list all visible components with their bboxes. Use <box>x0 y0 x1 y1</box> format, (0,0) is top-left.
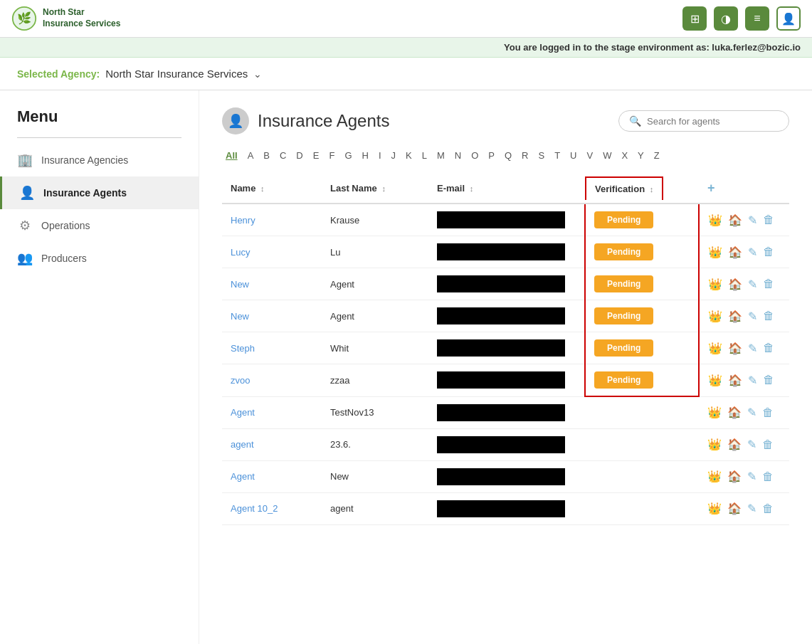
delete-icon[interactable]: 🗑 <box>763 278 774 290</box>
email-redacted <box>437 468 565 485</box>
edit-icon[interactable]: ✎ <box>747 470 756 483</box>
home-icon[interactable]: 🏠 <box>728 342 742 355</box>
home-icon[interactable]: 🏠 <box>728 278 742 291</box>
delete-icon[interactable]: 🗑 <box>763 374 774 386</box>
agent-name-link[interactable]: Steph <box>231 343 255 354</box>
agent-name-link[interactable]: Agent <box>231 407 255 418</box>
crown-icon[interactable]: 👑 <box>708 213 722 227</box>
sidebar-item-producers[interactable]: 👥 Producers <box>0 242 199 275</box>
agent-name-link[interactable]: Agent 10_2 <box>231 503 278 514</box>
alpha-all[interactable]: All <box>222 149 241 162</box>
home-icon[interactable]: 🏠 <box>727 438 742 451</box>
grid-icon-button[interactable]: ⊞ <box>682 6 707 31</box>
edit-icon[interactable]: ✎ <box>748 342 757 355</box>
alpha-o[interactable]: O <box>468 149 482 162</box>
edit-icon[interactable]: ✎ <box>748 278 757 291</box>
alpha-f[interactable]: F <box>325 149 338 162</box>
th-verification[interactable]: Verification ↕ <box>585 174 699 204</box>
alpha-b[interactable]: B <box>260 149 273 162</box>
alpha-e[interactable]: E <box>310 149 323 162</box>
home-icon[interactable]: 🏠 <box>727 502 742 515</box>
edit-icon[interactable]: ✎ <box>748 213 757 227</box>
cell-verification <box>585 396 699 428</box>
pending-badge: Pending <box>594 243 653 260</box>
alpha-i[interactable]: I <box>375 149 385 162</box>
alpha-m[interactable]: M <box>433 149 448 162</box>
chevron-down-icon[interactable]: ⌄ <box>253 68 262 80</box>
alpha-d[interactable]: D <box>292 149 306 162</box>
alpha-r[interactable]: R <box>518 149 532 162</box>
home-icon[interactable]: 🏠 <box>728 374 742 387</box>
th-lastname[interactable]: Last Name ↕ <box>322 174 428 204</box>
add-agent-button[interactable]: + <box>707 181 715 195</box>
alpha-a[interactable]: A <box>244 149 258 162</box>
alpha-h[interactable]: H <box>359 149 372 162</box>
alpha-n[interactable]: N <box>451 149 465 162</box>
agent-name-link[interactable]: Agent <box>231 471 255 482</box>
agent-name-link[interactable]: Henry <box>231 215 255 226</box>
delete-icon[interactable]: 🗑 <box>762 406 774 419</box>
cell-lastname: Agent <box>322 268 428 300</box>
delete-icon[interactable]: 🗑 <box>763 342 774 354</box>
alpha-y[interactable]: Y <box>634 149 648 162</box>
alpha-q[interactable]: Q <box>501 149 515 162</box>
alpha-v[interactable]: V <box>583 149 596 162</box>
home-icon[interactable]: 🏠 <box>728 213 742 227</box>
alpha-l[interactable]: L <box>418 149 431 162</box>
alpha-w[interactable]: W <box>599 149 615 162</box>
alpha-g[interactable]: G <box>341 149 355 162</box>
alpha-s[interactable]: S <box>534 149 548 162</box>
agent-name-link[interactable]: New <box>231 311 249 322</box>
delete-icon[interactable]: 🗑 <box>762 438 774 451</box>
edit-icon[interactable]: ✎ <box>747 502 756 515</box>
agent-name-link[interactable]: agent <box>231 439 254 450</box>
table-row: AgentTestNov13 👑 🏠 ✎ 🗑 <box>222 396 789 428</box>
crown-icon[interactable]: 👑 <box>707 438 722 451</box>
sidebar-item-insurance-agencies[interactable]: 🏢 Insurance Agencies <box>0 144 199 176</box>
crown-icon[interactable]: 👑 <box>707 502 722 515</box>
edit-icon[interactable]: ✎ <box>748 374 757 387</box>
cell-verification <box>585 492 699 524</box>
delete-icon[interactable]: 🗑 <box>763 310 774 322</box>
crown-icon[interactable]: 👑 <box>708 246 722 259</box>
alpha-c[interactable]: C <box>276 149 290 162</box>
alpha-z[interactable]: Z <box>650 149 663 162</box>
agency-name[interactable]: North Star Insurance Services <box>105 68 248 80</box>
crown-icon[interactable]: 👑 <box>708 310 722 323</box>
alpha-x[interactable]: X <box>618 149 631 162</box>
edit-icon[interactable]: ✎ <box>747 406 756 419</box>
th-name[interactable]: Name ↕ <box>222 174 322 204</box>
delete-icon[interactable]: 🗑 <box>762 470 774 483</box>
crown-icon[interactable]: 👑 <box>707 406 722 419</box>
producers-icon: 👥 <box>17 250 33 266</box>
crown-icon[interactable]: 👑 <box>708 374 722 387</box>
delete-icon[interactable]: 🗑 <box>763 213 774 226</box>
chart-icon-button[interactable]: ◑ <box>714 6 738 31</box>
home-icon[interactable]: 🏠 <box>727 406 742 419</box>
crown-icon[interactable]: 👑 <box>707 470 722 483</box>
sidebar-item-insurance-agents[interactable]: 👤 Insurance Agents <box>0 176 199 209</box>
alpha-p[interactable]: P <box>485 149 498 162</box>
crown-icon[interactable]: 👑 <box>708 278 722 291</box>
document-icon-button[interactable]: ≡ <box>745 6 769 31</box>
delete-icon[interactable]: 🗑 <box>762 502 774 515</box>
home-icon[interactable]: 🏠 <box>728 246 742 259</box>
alpha-u[interactable]: U <box>566 149 580 162</box>
edit-icon[interactable]: ✎ <box>748 310 757 323</box>
th-email[interactable]: E-mail ↕ <box>428 174 585 204</box>
sidebar-item-operations[interactable]: ⚙ Operations <box>0 209 199 242</box>
home-icon[interactable]: 🏠 <box>727 470 742 483</box>
alpha-j[interactable]: J <box>388 149 400 162</box>
home-icon[interactable]: 🏠 <box>728 310 742 323</box>
alpha-k[interactable]: K <box>402 149 416 162</box>
agent-name-link[interactable]: Lucy <box>231 247 250 258</box>
edit-icon[interactable]: ✎ <box>748 246 757 259</box>
crown-icon[interactable]: 👑 <box>708 342 722 355</box>
alpha-t[interactable]: T <box>551 149 564 162</box>
agent-name-link[interactable]: zvoo <box>231 375 250 386</box>
user-icon-button[interactable]: 👤 <box>776 6 801 31</box>
search-input[interactable] <box>647 116 779 127</box>
edit-icon[interactable]: ✎ <box>747 438 756 451</box>
delete-icon[interactable]: 🗑 <box>763 246 774 258</box>
agent-name-link[interactable]: New <box>231 279 249 290</box>
